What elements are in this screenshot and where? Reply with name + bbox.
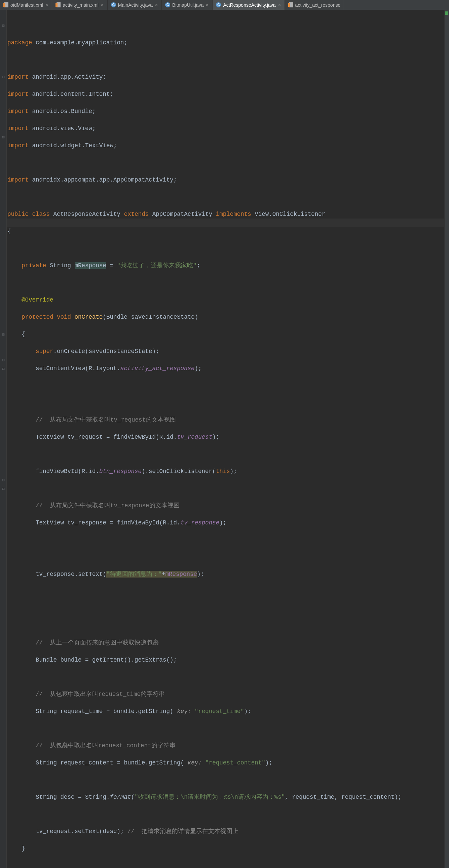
tab-act-response[interactable]: CActResponseActivity.java✕: [213, 0, 285, 10]
code-line: TextView tv_response = findViewById(R.id…: [7, 519, 449, 527]
tab-label: activity_main.xml: [63, 2, 98, 8]
fold-icon[interactable]: ⊟: [1, 24, 5, 28]
code-line: @Override: [7, 296, 449, 305]
code-line: package com.example.myapplication;: [7, 39, 449, 48]
code-line: [7, 553, 449, 562]
code-line: import android.view.View;: [7, 124, 449, 133]
code-line: TextView tv_request = findViewById(R.id.…: [7, 433, 449, 442]
java-class-icon: C: [216, 2, 221, 7]
tab-manifest[interactable]: oidManifest.xml✕: [0, 0, 52, 10]
fold-icon[interactable]: ⊟: [1, 359, 5, 363]
code-line: import android.content.Intent;: [7, 90, 449, 99]
code-line: import androidx.appcompat.app.AppCompatA…: [7, 176, 449, 185]
code-line: [7, 810, 449, 819]
code-line: import android.widget.TextView;: [7, 142, 449, 150]
tab-main-activity[interactable]: CMainActivity.java✕: [108, 0, 162, 10]
code-line: Bundle bundle = getIntent().getExtras();: [7, 656, 449, 664]
tab-label: activity_act_response: [295, 2, 341, 8]
code-line: String desc = String.format("收到请求消息：\n请求…: [7, 793, 449, 802]
code-line: public class ActResponseActivity extends…: [7, 210, 449, 219]
tab-label: MainActivity.java: [118, 2, 153, 8]
code-line: tv_response.setText("待返回的消息为："+mResponse…: [7, 570, 449, 579]
code-line: // 从布局文件中获取名叫tv_request的文本视图: [7, 416, 449, 425]
code-line: [7, 724, 449, 733]
code-line: {: [7, 330, 449, 339]
code-line: protected void onCreate(Bundle savedInst…: [7, 313, 449, 322]
close-icon[interactable]: ✕: [206, 3, 209, 7]
code-line: // 从上一个页面传来的意图中获取快递包裹: [7, 639, 449, 648]
tab-activity-main[interactable]: activity_main.xml✕: [52, 0, 108, 10]
code-line: [7, 622, 449, 630]
code-line: [7, 604, 449, 613]
code-line: [7, 399, 449, 407]
code-line: [7, 587, 449, 596]
code-line: [7, 381, 449, 390]
code-line: [7, 485, 449, 493]
code-line: [7, 244, 449, 253]
code-line: import android.app.Activity;: [7, 73, 449, 82]
code-line: super.onCreate(savedInstanceState);: [7, 347, 449, 356]
gutter[interactable]: ⊟ ⊟ ⊟ ⊟ ⊟ ⊟ ⊟ ⊟: [0, 10, 7, 868]
code-line: [7, 862, 449, 868]
code-editor[interactable]: ⊟ ⊟ ⊟ ⊟ ⊟ ⊟ ⊟ ⊟ package com.example.myap…: [0, 10, 449, 868]
fold-icon[interactable]: ⊟: [1, 367, 5, 371]
tab-bitmap-util[interactable]: CBitmapUtil.java✕: [162, 0, 213, 10]
xml-file-icon: [56, 2, 61, 7]
xml-file-icon: [3, 2, 8, 7]
code-line: tv_request.setText(desc); // 把请求消息的详情显示在…: [7, 827, 449, 836]
fold-icon[interactable]: ⊟: [1, 488, 5, 492]
tab-label: BitmapUtil.java: [172, 2, 204, 8]
code-line: [7, 776, 449, 785]
close-icon[interactable]: ✕: [45, 3, 49, 7]
code-line: String request_content = bundle.getStrin…: [7, 759, 449, 768]
code-line: setContentView(R.layout.activity_act_res…: [7, 364, 449, 373]
code-line: [7, 450, 449, 459]
close-icon[interactable]: ✕: [100, 3, 104, 7]
fold-icon[interactable]: ⊟: [1, 479, 5, 483]
code-line: findViewById(R.id.btn_response).setOnCli…: [7, 467, 449, 476]
tab-activity-act-response[interactable]: activity_act_response: [285, 0, 345, 10]
code-line: }: [7, 844, 449, 853]
tab-label: ActResponseActivity.java: [223, 2, 275, 8]
code-line: // 从布局文件中获取名叫tv_response的文本视图: [7, 502, 449, 510]
code-line: {: [7, 227, 449, 236]
close-icon[interactable]: ✕: [278, 3, 281, 7]
fold-icon[interactable]: ⊟: [1, 75, 5, 80]
code-line: String request_time = bundle.getString( …: [7, 707, 449, 716]
code-line: // 从包裹中取出名叫request_content的字符串: [7, 742, 449, 750]
java-class-icon: C: [165, 2, 170, 7]
code-line: import android.os.Bundle;: [7, 107, 449, 116]
code-line: [7, 279, 449, 287]
fold-icon[interactable]: ⊟: [1, 333, 5, 337]
code-line: private String mResponse = "我吃过了，还是你来我家吃…: [7, 261, 449, 270]
caret-line-highlight: [7, 218, 444, 227]
java-class-icon: C: [111, 2, 116, 7]
fold-icon[interactable]: ⊟: [1, 136, 5, 140]
xml-file-icon: [288, 2, 293, 7]
code-line: [7, 56, 449, 65]
code-line: [7, 159, 449, 167]
code-line: [7, 536, 449, 545]
close-icon[interactable]: ✕: [155, 3, 158, 7]
tab-bar: oidManifest.xml✕ activity_main.xml✕ CMai…: [0, 0, 449, 10]
code-line: // 从包裹中取出名叫request_time的字符串: [7, 690, 449, 699]
code-line: [7, 673, 449, 682]
tab-label: oidManifest.xml: [10, 2, 43, 8]
code-line: [7, 193, 449, 202]
